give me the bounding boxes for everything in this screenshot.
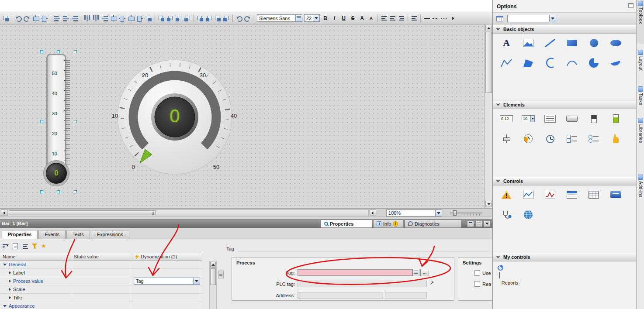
tool-switch[interactable] [586, 113, 602, 125]
align-left-icon[interactable] [53, 14, 61, 22]
line-style-dot-icon[interactable] [440, 14, 448, 22]
refresh-icon[interactable] [498, 265, 503, 271]
scroll-left-icon[interactable] [1, 209, 7, 216]
dynamization-cell[interactable]: Tag [132, 277, 202, 285]
static-value-cell[interactable] [71, 277, 132, 285]
zoom-slider-thumb[interactable] [453, 210, 457, 216]
tool-ellipse-segment[interactable] [608, 57, 623, 69]
dynamization-dropdown-icon[interactable] [193, 278, 200, 284]
table-row-appearance[interactable]: Appearance [0, 302, 202, 309]
tab-properties[interactable]: Properties [2, 230, 38, 239]
selection-handle[interactable] [40, 120, 43, 123]
scroll-right-icon[interactable] [370, 209, 376, 216]
tool-ellipse[interactable] [608, 37, 623, 49]
selection-handle[interactable] [57, 190, 60, 193]
goto-plc-tag-icon[interactable]: ↗ [429, 280, 434, 286]
strikethrough-button[interactable]: S [349, 14, 357, 22]
address-type-field[interactable] [385, 292, 427, 299]
table-row-title[interactable]: Title [0, 294, 202, 302]
dynamization-cell[interactable] [132, 285, 202, 293]
selection-handle[interactable] [74, 190, 77, 193]
remove-from-group-icon[interactable] [222, 14, 230, 22]
sidebar-tab-tasks[interactable]: Tasks [637, 86, 644, 113]
font-size-select[interactable]: 22 [304, 14, 320, 22]
float-panel-icon[interactable] [467, 220, 474, 227]
center-horizontal-icon[interactable] [110, 14, 118, 22]
section-my-controls[interactable]: My controls [493, 253, 636, 261]
tool-reports-control[interactable]: Reports [499, 273, 521, 285]
add-to-group-icon[interactable] [214, 14, 222, 22]
tab-order-icon[interactable] [235, 14, 243, 22]
bar-widget[interactable]: 50 40 30 20 10 0 [42, 52, 76, 192]
dock-tab-diagnostics[interactable]: Diagnostics [405, 220, 461, 228]
dynamization-select[interactable]: Tag [134, 278, 200, 285]
scroll-up-icon[interactable] [210, 262, 216, 268]
table-row-label[interactable]: Label [0, 269, 202, 277]
expand-icon[interactable] [9, 279, 11, 283]
tool-arc[interactable] [542, 57, 558, 69]
dynamization-cell[interactable] [132, 261, 202, 268]
flip-horizontal-icon[interactable] [32, 14, 40, 22]
undock-options-icon[interactable] [628, 3, 634, 8]
tool-alarm-control[interactable] [499, 189, 514, 201]
align-center-icon[interactable] [62, 14, 70, 22]
tool-graphic-view[interactable] [520, 37, 536, 49]
dynamization-cell[interactable] [132, 302, 202, 309]
tab-expressions[interactable]: Expressions [91, 230, 129, 239]
address-input[interactable] [298, 292, 383, 299]
tool-recipe-control[interactable] [586, 189, 602, 201]
align-right-icon[interactable] [71, 14, 79, 22]
underline-button[interactable]: U [339, 14, 348, 22]
bring-forward-icon[interactable] [166, 14, 174, 22]
align-middle-icon[interactable] [92, 14, 100, 22]
tree-scroll-thumb[interactable] [210, 268, 216, 285]
expand-icon[interactable] [9, 296, 11, 299]
decrease-font-button[interactable]: A [367, 14, 375, 22]
column-static-value[interactable]: Static value [71, 253, 132, 260]
settings-checkbox-2[interactable] [474, 281, 480, 287]
bring-to-front-icon[interactable] [157, 14, 165, 22]
text-align-right-icon[interactable] [398, 14, 405, 22]
tool-symbolic-io-field[interactable]: 10 [520, 113, 536, 125]
favorites-icon[interactable]: ★ [41, 243, 46, 249]
settings-checkbox-1[interactable] [474, 270, 480, 276]
selection-handle[interactable] [40, 50, 43, 53]
show-all-icon[interactable] [13, 243, 18, 249]
selection-handle[interactable] [74, 50, 77, 53]
sidebar-tab-layout[interactable]: Layout [637, 49, 644, 80]
plc-tag-input[interactable] [298, 281, 427, 287]
canvas-vertical-scrollbar[interactable] [485, 24, 492, 208]
scroll-up-icon[interactable] [485, 25, 492, 31]
collapse-icon[interactable] [3, 305, 7, 307]
tab-texts[interactable]: Texts [66, 230, 90, 239]
tool-line[interactable] [542, 37, 558, 49]
tool-rectangle[interactable] [564, 37, 580, 49]
table-row-scale[interactable]: Scale [0, 285, 202, 294]
static-value-cell[interactable] [71, 261, 132, 268]
send-to-back-icon[interactable] [184, 14, 191, 22]
tool-slider[interactable] [499, 133, 514, 145]
select-tool-icon[interactable] [2, 14, 10, 22]
line-spacing-icon[interactable] [410, 14, 418, 22]
tool-gauge[interactable] [520, 133, 536, 145]
flip-vertical-icon[interactable] [41, 14, 48, 22]
sidebar-tab-addins[interactable]: Add-ins [637, 174, 644, 205]
group-icon[interactable] [196, 14, 204, 22]
tag-browse-button[interactable]: ... [420, 269, 429, 276]
bold-button[interactable]: B [321, 14, 329, 22]
collapse-panel-icon[interactable] [475, 220, 482, 227]
tool-radio-button-group[interactable] [586, 133, 602, 145]
snap-icon[interactable] [244, 14, 252, 22]
static-value-cell[interactable] [71, 269, 132, 277]
screen-canvas[interactable]: 50 40 30 20 10 0 [0, 24, 485, 208]
tool-text-field[interactable]: A [499, 37, 514, 49]
font-family-dropdown-icon[interactable] [295, 15, 302, 21]
italic-button[interactable]: I [330, 14, 339, 22]
dynamization-cell[interactable] [132, 269, 202, 277]
section-basic-objects[interactable]: Basic objects [493, 25, 636, 34]
distribute-vertical-icon[interactable] [136, 14, 144, 22]
section-controls[interactable]: Controls [493, 177, 636, 185]
selection-handle[interactable] [40, 190, 43, 193]
zoom-slider[interactable] [450, 209, 482, 216]
pane-splitter-handle[interactable] [218, 271, 224, 278]
